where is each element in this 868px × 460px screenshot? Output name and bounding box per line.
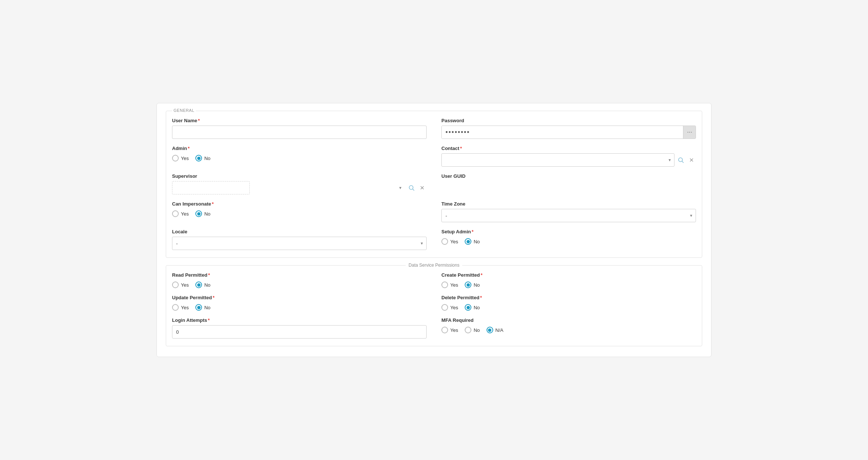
read-permitted-label: Read Permitted* [172,272,427,278]
contact-input[interactable] [441,153,674,167]
setup-admin-yes-option[interactable]: Yes [441,238,458,245]
supervisor-dropdown-container [172,181,405,194]
create-permitted-label: Create Permitted* [441,272,696,278]
delete-yes-label: Yes [450,305,458,310]
admin-no-label: No [204,156,211,161]
delete-permitted-field: Delete Permitted* Yes No [441,295,696,311]
read-yes-option[interactable]: Yes [172,281,189,288]
mfa-required-field: MFA Required Yes No N/A [441,317,696,339]
impersonate-no-option[interactable]: No [195,210,211,217]
update-yes-radio[interactable] [172,304,179,311]
user-guid-value [441,181,696,194]
supervisor-input[interactable] [172,181,250,194]
contact-search-icon [677,157,684,163]
username-input[interactable] [172,126,427,139]
setup-admin-no-label: No [474,239,480,244]
admin-yes-radio[interactable] [172,155,179,161]
mfa-yes-radio[interactable] [441,327,448,333]
delete-no-radio-inner [467,306,470,309]
mfa-na-option[interactable]: N/A [487,327,504,333]
login-attempts-label: Login Attempts* [172,317,427,323]
user-guid-field: User GUID [441,173,696,194]
supervisor-input-wrapper [172,181,427,194]
read-no-radio[interactable] [195,281,202,288]
general-form-grid: User Name* Password ⋯ Admin* [172,118,696,250]
impersonate-yes-label: Yes [181,211,189,217]
update-no-label: No [204,305,211,310]
admin-label: Admin* [172,146,427,151]
password-toggle-button[interactable]: ⋯ [683,126,696,139]
create-yes-radio[interactable] [441,281,448,288]
create-yes-option[interactable]: Yes [441,281,458,288]
mfa-required-label: MFA Required [441,317,696,323]
contact-input-wrapper [441,153,696,167]
read-permitted-field: Read Permitted* Yes No [172,272,427,288]
time-zone-select-wrapper: - [441,209,696,222]
create-no-option[interactable]: No [465,281,480,288]
update-no-option[interactable]: No [195,304,211,311]
delete-no-radio[interactable] [465,304,471,311]
setup-admin-yes-radio[interactable] [441,238,448,245]
create-permitted-radio-group: Yes No [441,281,696,288]
setup-admin-no-radio[interactable] [465,238,471,245]
read-no-radio-inner [197,283,201,287]
supervisor-clear-button[interactable] [418,183,427,192]
delete-yes-radio[interactable] [441,304,448,311]
login-attempts-field: Login Attempts* [172,317,427,339]
contact-clear-button[interactable] [687,156,696,164]
delete-yes-option[interactable]: Yes [441,304,458,311]
delete-permitted-radio-group: Yes No [441,304,696,311]
setup-admin-no-option[interactable]: No [465,238,480,245]
mfa-no-option[interactable]: No [465,327,480,333]
delete-no-option[interactable]: No [465,304,480,311]
delete-no-label: No [474,305,480,310]
read-yes-radio[interactable] [172,281,179,288]
create-no-radio-inner [467,283,470,287]
supervisor-search-button[interactable] [407,183,416,193]
time-zone-select[interactable]: - [441,209,696,222]
impersonate-yes-option[interactable]: Yes [172,210,189,217]
update-no-radio[interactable] [195,304,202,311]
mfa-na-radio[interactable] [487,327,493,333]
mfa-yes-option[interactable]: Yes [441,327,458,333]
password-input[interactable] [442,126,683,139]
impersonate-no-radio-inner [197,212,201,216]
svg-point-0 [679,158,683,162]
impersonate-yes-radio[interactable] [172,210,179,217]
impersonate-no-label: No [204,211,211,217]
impersonate-no-radio[interactable] [195,210,202,217]
svg-line-5 [413,189,414,190]
time-zone-field: Time Zone - [441,201,696,222]
admin-no-radio[interactable] [195,155,202,161]
read-no-option[interactable]: No [195,281,211,288]
admin-yes-option[interactable]: Yes [172,155,189,161]
locale-label: Locale [172,229,427,234]
can-impersonate-field: Can Impersonate* Yes No [172,201,427,222]
username-field: User Name* [172,118,427,139]
data-service-form-grid: Read Permitted* Yes No [172,272,696,339]
general-section: GENERAL User Name* Password ⋯ Ad [166,111,702,258]
mfa-yes-label: Yes [450,327,458,333]
login-attempts-input[interactable] [172,325,427,339]
update-yes-option[interactable]: Yes [172,304,189,311]
mfa-required-radio-group: Yes No N/A [441,327,696,333]
mfa-no-radio[interactable] [465,327,471,333]
update-permitted-radio-group: Yes No [172,304,427,311]
supervisor-clear-icon [419,185,425,191]
supervisor-search-icon [408,184,415,191]
contact-search-button[interactable] [676,155,686,165]
data-service-section: Data Service Permissions Read Permitted*… [166,265,702,346]
user-guid-label: User GUID [441,173,696,179]
data-service-section-label: Data Service Permissions [406,263,462,268]
create-no-radio[interactable] [465,281,471,288]
create-yes-label: Yes [450,282,458,288]
read-yes-label: Yes [181,282,189,288]
admin-no-option[interactable]: No [195,155,211,161]
can-impersonate-label: Can Impersonate* [172,201,427,207]
update-yes-label: Yes [181,305,189,310]
time-zone-label: Time Zone [441,201,696,207]
locale-field: Locale - [172,229,427,250]
locale-select[interactable]: - [172,237,427,250]
contact-clear-icon [689,157,694,163]
general-section-label: GENERAL [172,108,196,113]
